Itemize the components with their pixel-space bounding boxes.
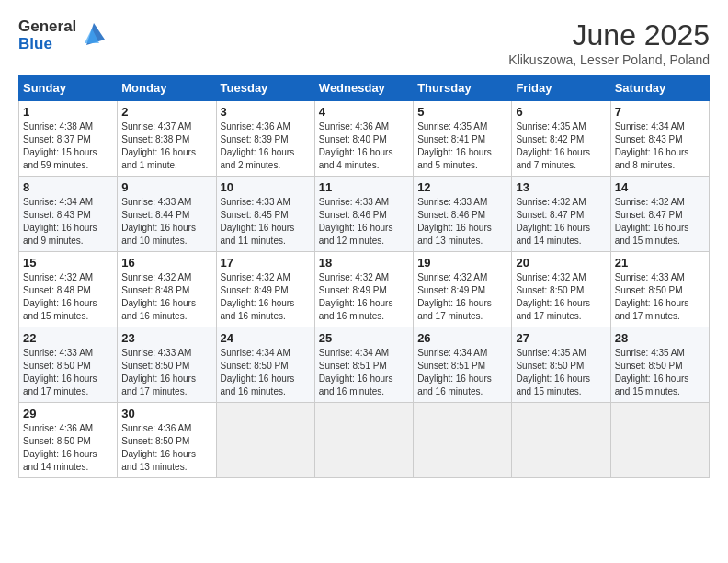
day-cell-25: 25Sunrise: 4:34 AMSunset: 8:51 PMDayligh… xyxy=(314,327,413,403)
calendar-week-row: 22Sunrise: 4:33 AMSunset: 8:50 PMDayligh… xyxy=(19,327,710,403)
day-number: 12 xyxy=(417,180,507,194)
day-number: 22 xyxy=(23,331,113,345)
day-number: 16 xyxy=(121,256,211,270)
day-cell-29: 29Sunrise: 4:36 AMSunset: 8:50 PMDayligh… xyxy=(19,403,118,478)
day-header-friday: Friday xyxy=(512,75,610,101)
day-cell-3: 3Sunrise: 4:36 AMSunset: 8:39 PMDaylight… xyxy=(216,101,314,177)
day-info: Sunrise: 4:37 AMSunset: 8:38 PMDaylight:… xyxy=(121,121,211,172)
day-info: Sunrise: 4:34 AMSunset: 8:51 PMDaylight:… xyxy=(417,347,507,398)
day-info: Sunrise: 4:32 AMSunset: 8:49 PMDaylight:… xyxy=(221,271,311,323)
day-cell-18: 18Sunrise: 4:32 AMSunset: 8:49 PMDayligh… xyxy=(314,252,413,327)
day-header-tuesday: Tuesday xyxy=(216,75,314,101)
day-info: Sunrise: 4:35 AMSunset: 8:42 PMDaylight:… xyxy=(516,121,606,172)
day-cell-6: 6Sunrise: 4:35 AMSunset: 8:42 PMDaylight… xyxy=(512,101,610,177)
day-number: 17 xyxy=(221,256,311,270)
day-header-thursday: Thursday xyxy=(414,75,512,101)
day-info: Sunrise: 4:35 AMSunset: 8:50 PMDaylight:… xyxy=(615,347,705,398)
day-number: 28 xyxy=(615,331,705,345)
page-header: General Blue June 2025 Klikuszowa, Lesse… xyxy=(18,18,710,67)
day-number: 15 xyxy=(23,256,113,270)
day-header-saturday: Saturday xyxy=(610,75,709,101)
empty-day-cell xyxy=(314,403,413,478)
logo-icon xyxy=(79,19,108,49)
day-info: Sunrise: 4:32 AMSunset: 8:49 PMDaylight:… xyxy=(319,271,409,323)
day-info: Sunrise: 4:35 AMSunset: 8:41 PMDaylight:… xyxy=(417,121,507,172)
day-number: 27 xyxy=(516,331,606,345)
day-cell-1: 1Sunrise: 4:38 AMSunset: 8:37 PMDaylight… xyxy=(19,101,118,177)
calendar-week-row: 8Sunrise: 4:34 AMSunset: 8:43 PMDaylight… xyxy=(19,177,710,252)
day-info: Sunrise: 4:32 AMSunset: 8:48 PMDaylight:… xyxy=(23,271,113,323)
day-number: 1 xyxy=(23,105,113,119)
logo[interactable]: General Blue xyxy=(18,18,108,52)
day-cell-17: 17Sunrise: 4:32 AMSunset: 8:49 PMDayligh… xyxy=(216,252,314,327)
day-cell-20: 20Sunrise: 4:32 AMSunset: 8:50 PMDayligh… xyxy=(512,252,610,327)
day-cell-30: 30Sunrise: 4:36 AMSunset: 8:50 PMDayligh… xyxy=(118,403,216,478)
logo-general: General xyxy=(18,18,76,36)
day-info: Sunrise: 4:33 AMSunset: 8:44 PMDaylight:… xyxy=(121,196,211,247)
day-number: 14 xyxy=(615,180,705,194)
day-cell-8: 8Sunrise: 4:34 AMSunset: 8:43 PMDaylight… xyxy=(19,177,118,252)
empty-day-cell xyxy=(610,403,709,478)
empty-day-cell xyxy=(512,403,610,478)
day-number: 7 xyxy=(615,105,705,119)
day-number: 25 xyxy=(319,331,409,345)
day-number: 5 xyxy=(417,105,507,119)
day-info: Sunrise: 4:32 AMSunset: 8:48 PMDaylight:… xyxy=(121,271,211,323)
day-info: Sunrise: 4:32 AMSunset: 8:49 PMDaylight:… xyxy=(417,271,507,323)
day-number: 24 xyxy=(221,331,311,345)
day-number: 2 xyxy=(121,105,211,119)
day-number: 30 xyxy=(121,407,211,420)
day-info: Sunrise: 4:35 AMSunset: 8:50 PMDaylight:… xyxy=(516,347,606,398)
day-number: 18 xyxy=(319,256,409,270)
day-info: Sunrise: 4:32 AMSunset: 8:50 PMDaylight:… xyxy=(516,271,606,323)
empty-day-cell xyxy=(216,403,314,478)
day-info: Sunrise: 4:36 AMSunset: 8:40 PMDaylight:… xyxy=(319,121,409,172)
title-block: June 2025 Klikuszowa, Lesser Poland, Pol… xyxy=(508,18,710,67)
day-number: 19 xyxy=(417,256,507,270)
day-info: Sunrise: 4:34 AMSunset: 8:50 PMDaylight:… xyxy=(221,347,311,398)
day-cell-23: 23Sunrise: 4:33 AMSunset: 8:50 PMDayligh… xyxy=(118,327,216,403)
day-number: 9 xyxy=(121,180,211,194)
day-cell-27: 27Sunrise: 4:35 AMSunset: 8:50 PMDayligh… xyxy=(512,327,610,403)
calendar-week-row: 15Sunrise: 4:32 AMSunset: 8:48 PMDayligh… xyxy=(19,252,710,327)
day-cell-14: 14Sunrise: 4:32 AMSunset: 8:47 PMDayligh… xyxy=(610,177,709,252)
day-info: Sunrise: 4:33 AMSunset: 8:50 PMDaylight:… xyxy=(615,271,705,323)
day-cell-7: 7Sunrise: 4:34 AMSunset: 8:43 PMDaylight… xyxy=(610,101,709,177)
day-cell-13: 13Sunrise: 4:32 AMSunset: 8:47 PMDayligh… xyxy=(512,177,610,252)
day-info: Sunrise: 4:33 AMSunset: 8:45 PMDaylight:… xyxy=(221,196,311,247)
day-number: 10 xyxy=(221,180,311,194)
day-cell-12: 12Sunrise: 4:33 AMSunset: 8:46 PMDayligh… xyxy=(414,177,512,252)
day-number: 3 xyxy=(221,105,311,119)
location-subtitle: Klikuszowa, Lesser Poland, Poland xyxy=(508,52,710,67)
day-number: 11 xyxy=(319,180,409,194)
day-info: Sunrise: 4:32 AMSunset: 8:47 PMDaylight:… xyxy=(516,196,606,247)
month-year-title: June 2025 xyxy=(508,18,710,52)
day-cell-24: 24Sunrise: 4:34 AMSunset: 8:50 PMDayligh… xyxy=(216,327,314,403)
day-header-monday: Monday xyxy=(118,75,216,101)
day-info: Sunrise: 4:38 AMSunset: 8:37 PMDaylight:… xyxy=(23,121,113,172)
calendar-table: SundayMondayTuesdayWednesdayThursdayFrid… xyxy=(18,75,710,478)
day-cell-26: 26Sunrise: 4:34 AMSunset: 8:51 PMDayligh… xyxy=(414,327,512,403)
day-cell-28: 28Sunrise: 4:35 AMSunset: 8:50 PMDayligh… xyxy=(610,327,709,403)
day-cell-19: 19Sunrise: 4:32 AMSunset: 8:49 PMDayligh… xyxy=(414,252,512,327)
day-info: Sunrise: 4:34 AMSunset: 8:51 PMDaylight:… xyxy=(319,347,409,398)
calendar-week-row: 29Sunrise: 4:36 AMSunset: 8:50 PMDayligh… xyxy=(19,403,710,478)
day-cell-22: 22Sunrise: 4:33 AMSunset: 8:50 PMDayligh… xyxy=(19,327,118,403)
day-info: Sunrise: 4:36 AMSunset: 8:39 PMDaylight:… xyxy=(221,121,311,172)
day-info: Sunrise: 4:34 AMSunset: 8:43 PMDaylight:… xyxy=(23,196,113,247)
day-number: 29 xyxy=(23,407,113,420)
day-number: 23 xyxy=(121,331,211,345)
logo-blue: Blue xyxy=(18,36,76,53)
day-cell-10: 10Sunrise: 4:33 AMSunset: 8:45 PMDayligh… xyxy=(216,177,314,252)
day-info: Sunrise: 4:33 AMSunset: 8:50 PMDaylight:… xyxy=(23,347,113,398)
day-info: Sunrise: 4:32 AMSunset: 8:47 PMDaylight:… xyxy=(615,196,705,247)
day-info: Sunrise: 4:33 AMSunset: 8:50 PMDaylight:… xyxy=(121,347,211,398)
day-info: Sunrise: 4:36 AMSunset: 8:50 PMDaylight:… xyxy=(121,422,211,474)
day-cell-9: 9Sunrise: 4:33 AMSunset: 8:44 PMDaylight… xyxy=(118,177,216,252)
day-number: 20 xyxy=(516,256,606,270)
calendar-week-row: 1Sunrise: 4:38 AMSunset: 8:37 PMDaylight… xyxy=(19,101,710,177)
day-cell-15: 15Sunrise: 4:32 AMSunset: 8:48 PMDayligh… xyxy=(19,252,118,327)
day-number: 26 xyxy=(417,331,507,345)
day-number: 4 xyxy=(319,105,409,119)
day-number: 21 xyxy=(615,256,705,270)
